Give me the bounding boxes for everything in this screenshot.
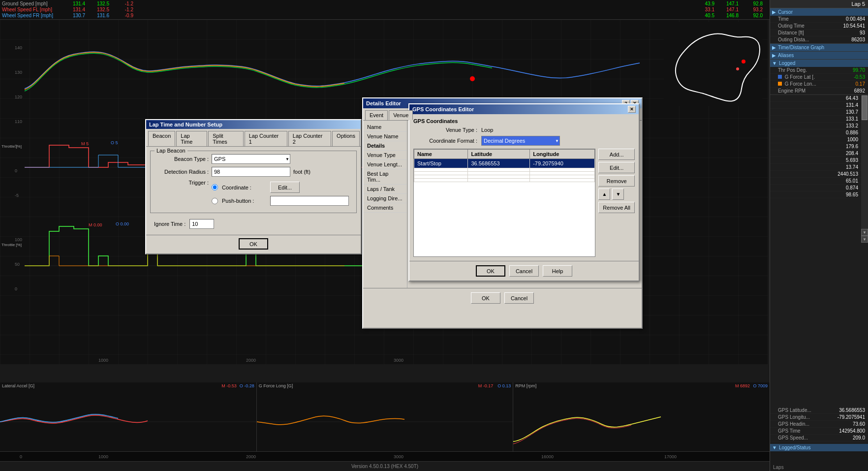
sidebar-venue-name[interactable]: Venue Name [363, 132, 407, 141]
coordinate-radio[interactable] [212, 184, 218, 190]
svg-point-23 [470, 76, 475, 81]
right-row-2: 33.1 147.1 93.2 [692, 7, 763, 12]
gps-ok-button[interactable]: OK [476, 265, 505, 277]
ignore-time-input[interactable] [189, 219, 214, 229]
x-label-3000: 3000 [394, 454, 403, 459]
svg-point-26 [736, 67, 739, 70]
cursor-arrow: ▶ [772, 9, 776, 15]
add-button[interactable]: Add... [598, 149, 635, 160]
gps-section-title: GPS Coordinates [413, 118, 635, 124]
table-row-empty-1[interactable] [414, 168, 595, 172]
svg-text:2000: 2000 [246, 358, 256, 363]
right-panel-scrollbar[interactable]: ▼ ▼ [861, 95, 868, 243]
pushbutton-radio[interactable] [212, 198, 218, 204]
scroll-bottom-btn[interactable]: ▼ [861, 236, 868, 243]
x-label-17000: 17000 [664, 454, 677, 459]
beacon-type-select-wrapper[interactable]: GPS Infra-Red Manual ▼ [212, 154, 290, 164]
tab-lap-time[interactable]: Lap Time [176, 131, 207, 146]
gps-speed-row: GPS Speed... 209.0 [770, 435, 868, 441]
sidebar-name[interactable]: Name [363, 123, 407, 132]
gps-speed-value: 209.0 [836, 435, 865, 440]
gps-footer: OK Cancel Help [409, 261, 639, 281]
table-row-start-stop[interactable]: Start/Stop 36.5686553 -79.2075940 [414, 159, 595, 168]
svg-text:0: 0 [15, 286, 17, 291]
edit-button[interactable]: Edit... [598, 162, 635, 173]
tab-options[interactable]: Options [332, 131, 360, 146]
lap-dialog-titlebar: Lap Time and Number Setup [146, 120, 361, 129]
data-values: 64.43 131.4 130.7 133.1 133.2 0.886 1000… [770, 95, 861, 198]
sidebar-details[interactable]: Details [363, 141, 407, 151]
sidebar-venue-type[interactable]: Venue Type [363, 151, 407, 160]
arrow-buttons: ▲ ▼ [598, 188, 635, 200]
gps-cancel-button[interactable]: Cancel [509, 265, 539, 277]
glon-label: G Force Lon... [778, 81, 816, 87]
remove-all-button[interactable]: Remove All [598, 202, 635, 213]
tab-venue[interactable]: Venue [389, 110, 413, 120]
tab-event[interactable]: Event [365, 110, 388, 120]
rpm-label: RPM [rpm] [515, 383, 536, 388]
cursor-title: Cursor [778, 9, 793, 15]
remove-button[interactable]: Remove [598, 175, 635, 187]
col-name: Name [414, 150, 468, 159]
gps-time-row: GPS Time 142954.800 [770, 428, 868, 435]
lap-label: Lap 5 [770, 0, 868, 8]
gps-close-btn[interactable]: ✕ [628, 106, 636, 113]
tab-lap-counter-1[interactable]: Lap Counter 1 [245, 131, 287, 146]
detection-radius-input[interactable] [212, 167, 290, 177]
lap-dialog-tabs[interactable]: Beacon Lap Time Split Times Lap Counter … [146, 129, 361, 147]
tab-split-times[interactable]: Split Times [208, 131, 243, 146]
details-footer: OK Cancel [363, 288, 642, 308]
engine-row: Engine RPM 6892 [770, 88, 868, 94]
log-arrow: ▼ [772, 61, 777, 66]
aliases-section: ▶ Aliases [770, 52, 868, 60]
svg-rect-24 [664, 22, 762, 106]
x-label-16000: 16000 [541, 454, 554, 459]
beacon-type-select[interactable]: GPS Infra-Red Manual [212, 154, 290, 164]
scroll-down-btn[interactable]: ▼ [861, 229, 868, 236]
sidebar-venue-length[interactable]: Venue Lengt... [363, 160, 407, 169]
detection-radius-unit: foot (ft) [293, 169, 310, 175]
table-row-empty-3[interactable] [414, 175, 595, 179]
svg-text:O 5: O 5 [111, 140, 118, 145]
glat-value: -0.53 [836, 74, 865, 80]
gps-coordinates-table: Name Latitude Longitude Start/Stop 36.56… [414, 149, 595, 182]
sidebar-best-lap[interactable]: Best Lap Tim... [363, 169, 407, 185]
lat-accel-svg [0, 382, 256, 461]
bottom-charts-area: Lateral Accel [G] M -0.53 O -0.28 G Forc… [0, 382, 770, 461]
g-force-long-chart: G Force Long [G] M -0.17 O 0.13 [257, 382, 514, 461]
table-row-empty-2[interactable] [414, 172, 595, 175]
log-title: Logged [779, 61, 795, 66]
sidebar-logging[interactable]: Logging Dire... [363, 194, 407, 203]
gps-help-button[interactable]: Help [543, 265, 572, 277]
tab-beacon[interactable]: Beacon [148, 131, 175, 146]
coord-format-select[interactable]: Decimal Degrees DMS DDM [481, 136, 560, 146]
scrollbar-thumb[interactable] [862, 95, 868, 120]
dv-13: 65.01 [770, 178, 861, 185]
move-down-button[interactable]: ▼ [612, 188, 624, 200]
pushbutton-input[interactable] [270, 196, 349, 206]
dv-8: 179.6 [770, 143, 861, 150]
version-bar: Version 4.50.0.13 (HEX 4.50T) [0, 461, 770, 471]
edit-coordinates-button[interactable]: Edit... [270, 182, 300, 193]
wheel-fr-diff: -0.9 [111, 13, 133, 18]
coord-format-select-wrapper[interactable]: Decimal Degrees DMS DDM ▼ [481, 136, 560, 146]
dv-12: 2440.513 [770, 171, 861, 178]
gps-heading-row: GPS Headin... 73.60 [770, 421, 868, 428]
wheel-fr-label: Wheel Speed FR [mph] [2, 13, 61, 18]
logged-status-section: ▼ Logged/Status [770, 444, 868, 451]
gps-dialog-title: GPS Coordinates Editor [412, 106, 474, 112]
sidebar-comments[interactable]: Comments [363, 203, 407, 213]
logged-header: ▼ Logged [770, 60, 868, 67]
table-row-empty-4[interactable] [414, 179, 595, 182]
lap-ok-button[interactable]: OK [239, 238, 268, 250]
rpm-m: M 6892 [735, 383, 750, 388]
lap-time-dialog: Lap Time and Number Setup Beacon Lap Tim… [145, 119, 362, 254]
details-cancel-button[interactable]: Cancel [504, 292, 534, 304]
move-up-button[interactable]: ▲ [598, 188, 610, 200]
tab-lap-counter-2[interactable]: Lap Counter 2 [288, 131, 331, 146]
details-ok-button[interactable]: OK [471, 292, 500, 304]
lat-accel-label: Lateral Accel [G] [2, 383, 34, 388]
sidebar-laps-tank[interactable]: Laps / Tank [363, 185, 407, 194]
dv-1: 64.43 [770, 95, 861, 102]
lap-dialog-title: Lap Time and Number Setup [149, 122, 222, 127]
